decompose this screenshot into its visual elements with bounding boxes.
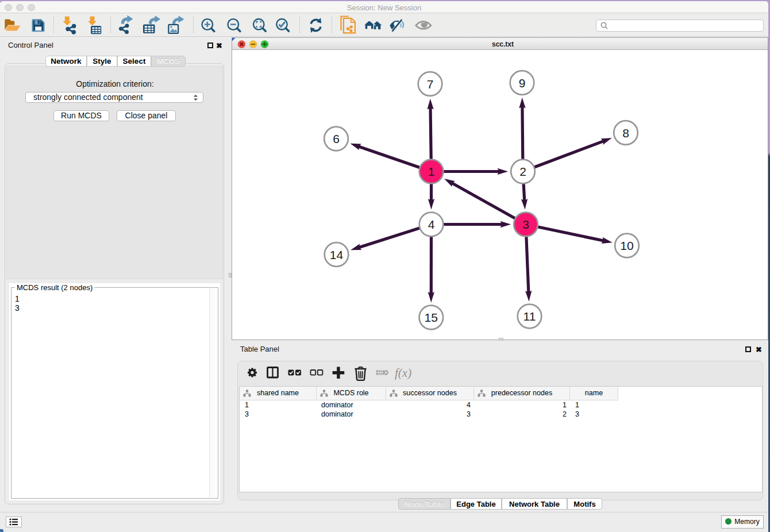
- svg-text:3: 3: [522, 218, 529, 231]
- svg-text:10: 10: [620, 239, 633, 252]
- svg-text:15: 15: [425, 311, 438, 324]
- svg-text:9: 9: [519, 76, 526, 90]
- svg-text:1: 1: [428, 165, 435, 178]
- svg-text:7: 7: [427, 78, 434, 91]
- svg-text:4: 4: [428, 218, 435, 231]
- svg-text:2: 2: [519, 165, 526, 178]
- svg-text:14: 14: [330, 248, 344, 261]
- svg-text:8: 8: [622, 126, 629, 140]
- svg-text:6: 6: [333, 132, 340, 145]
- svg-text:11: 11: [523, 310, 536, 323]
